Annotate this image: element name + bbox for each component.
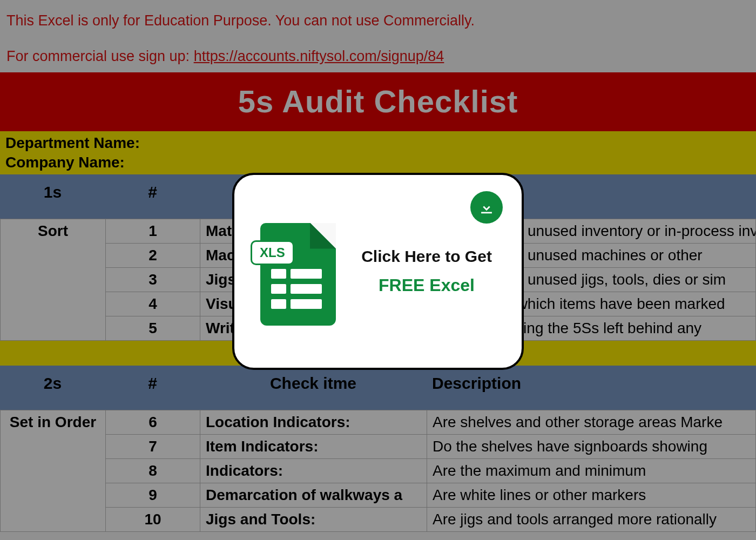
download-icon <box>470 191 503 224</box>
download-modal[interactable]: XLS Click Here to Get FREE Excel <box>232 173 524 370</box>
xls-badge: XLS <box>251 240 294 265</box>
modal-line2: FREE Excel <box>348 275 505 295</box>
modal-text: Click Here to Get FREE Excel <box>337 247 505 295</box>
modal-line1: Click Here to Get <box>348 247 505 266</box>
xls-file-icon: XLS <box>251 218 337 326</box>
